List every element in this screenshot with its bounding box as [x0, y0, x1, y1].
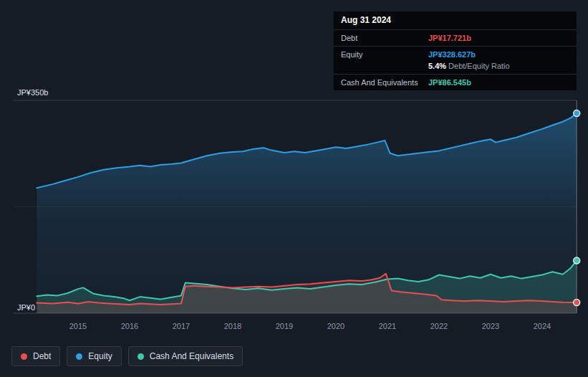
tooltip-row-equity: Equity JP¥328.627b 5.4%Debt/Equity Ratio — [334, 47, 577, 75]
legend-equity-label: Equity — [88, 351, 112, 361]
tooltip-ratio-spacer — [341, 62, 428, 70]
x-tick-2019: 2019 — [276, 322, 293, 330]
tooltip-cash-label: Cash And Equivalents — [341, 78, 428, 87]
debt-legend-dot-icon — [21, 353, 27, 360]
x-tick-2016: 2016 — [121, 322, 138, 330]
legend-item-cash[interactable]: Cash And Equivalents — [128, 346, 243, 366]
x-tick-2015: 2015 — [69, 322, 87, 330]
x-tick-2022: 2022 — [430, 322, 448, 330]
chart-tooltip: Aug 31 2024 Debt JP¥17.721b Equity JP¥32… — [334, 11, 577, 90]
chart-legend: Debt Equity Cash And Equivalents — [11, 346, 243, 366]
debt-endpoint-marker — [574, 300, 580, 306]
tooltip-debt-label: Debt — [341, 34, 428, 42]
x-tick-2020: 2020 — [327, 322, 344, 330]
x-tick-2023: 2023 — [482, 322, 499, 330]
legend-item-equity[interactable]: Equity — [67, 346, 121, 366]
x-tick-2024: 2024 — [534, 322, 551, 330]
x-tick-2018: 2018 — [224, 322, 241, 330]
tooltip-debt-equity-ratio: 5.4%Debt/Equity Ratio — [428, 62, 510, 70]
y-axis-zero-label: JP¥0 — [17, 303, 35, 312]
tooltip-ratio-caption: Debt/Equity Ratio — [448, 62, 510, 70]
tooltip-equity-value: JP¥328.627b — [428, 50, 476, 59]
equity-endpoint-marker — [574, 110, 580, 117]
tooltip-equity-label: Equity — [341, 50, 428, 59]
y-axis-max-label: JP¥350b — [17, 88, 48, 97]
tooltip-ratio-percent: 5.4% — [428, 62, 446, 70]
cash-legend-dot-icon — [138, 353, 144, 360]
equity-legend-dot-icon — [76, 353, 82, 360]
legend-item-debt[interactable]: Debt — [11, 346, 60, 366]
tooltip-debt-value: JP¥17.721b — [428, 34, 471, 42]
tooltip-date: Aug 31 2024 — [334, 11, 577, 30]
legend-cash-label: Cash And Equivalents — [150, 351, 233, 361]
legend-debt-label: Debt — [33, 351, 51, 361]
x-tick-2017: 2017 — [173, 322, 190, 330]
tooltip-row-cash: Cash And Equivalents JP¥86.545b — [334, 75, 577, 90]
tooltip-cash-value: JP¥86.545b — [428, 78, 471, 87]
tooltip-row-debt: Debt JP¥17.721b — [334, 30, 577, 47]
tooltip-equity-line: Equity JP¥328.627b — [341, 50, 569, 59]
x-tick-2021: 2021 — [379, 322, 396, 330]
cash-endpoint-marker — [574, 257, 580, 264]
tooltip-debt-equity-ratio-line: 5.4%Debt/Equity Ratio — [341, 62, 569, 70]
